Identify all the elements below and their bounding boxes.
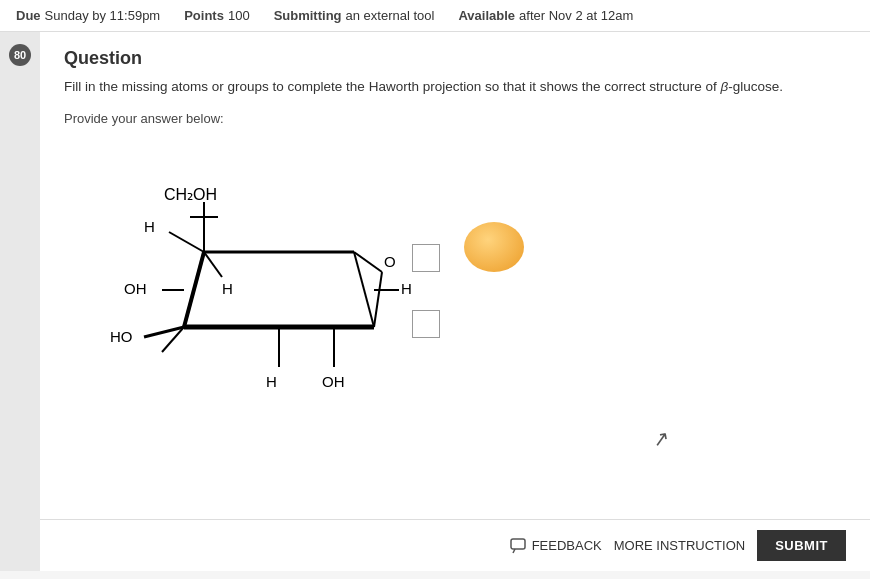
submitting-item: Submitting an external tool bbox=[274, 8, 435, 23]
submitting-label: Submitting bbox=[274, 8, 342, 23]
decorative-circle bbox=[464, 222, 524, 272]
submit-button[interactable]: SUBMIT bbox=[757, 530, 846, 561]
svg-line-5 bbox=[374, 272, 382, 327]
due-value: Sunday by 11:59pm bbox=[45, 8, 161, 23]
submitting-value: an external tool bbox=[346, 8, 435, 23]
h-right-label: H bbox=[401, 280, 412, 297]
content-area: Question Fill in the missing atoms or gr… bbox=[40, 32, 870, 571]
feedback-label: FEEDBACK bbox=[532, 538, 602, 553]
more-instruction-button[interactable]: MORE INSTRUCTION bbox=[614, 538, 745, 553]
ho-label: HO bbox=[110, 328, 133, 345]
top-bar: Due Sunday by 11:59pm Points 100 Submitt… bbox=[0, 0, 870, 32]
oh-left-label: OH bbox=[124, 280, 147, 297]
points-label: Points bbox=[184, 8, 224, 23]
svg-line-12 bbox=[144, 327, 184, 337]
main-layout: 80 Question Fill in the missing atoms or… bbox=[0, 32, 870, 571]
bottom-bar: FEEDBACK MORE INSTRUCTION SUBMIT bbox=[40, 519, 870, 571]
points-value: 100 bbox=[228, 8, 250, 23]
haworth-projection: CH₂OH O H H OH HO H bbox=[104, 142, 464, 442]
diagram-area: CH₂OH O H H OH HO H bbox=[104, 142, 604, 462]
available-label: Available bbox=[458, 8, 515, 23]
feedback-button[interactable]: FEEDBACK bbox=[510, 538, 602, 554]
points-item: Points 100 bbox=[184, 8, 249, 23]
question-text: Fill in the missing atoms or groups to c… bbox=[64, 77, 846, 97]
h-left-label: H bbox=[144, 218, 155, 235]
cursor-arrow: ↗ bbox=[651, 426, 672, 453]
question-number: 80 bbox=[9, 44, 31, 66]
left-sidebar: 80 bbox=[0, 32, 40, 571]
o-label: O bbox=[384, 253, 396, 270]
due-item: Due Sunday by 11:59pm bbox=[16, 8, 160, 23]
oh-bottom-label: OH bbox=[322, 373, 345, 390]
svg-line-3 bbox=[184, 252, 204, 327]
available-item: Available after Nov 2 at 12am bbox=[458, 8, 633, 23]
h-bottom-label: H bbox=[266, 373, 277, 390]
svg-line-8 bbox=[169, 232, 204, 252]
due-label: Due bbox=[16, 8, 41, 23]
answer-box-right[interactable] bbox=[412, 310, 440, 338]
feedback-icon bbox=[510, 538, 526, 554]
question-title: Question bbox=[64, 48, 846, 69]
h-inner-label: H bbox=[222, 280, 233, 297]
ch2oh-label: CH₂OH bbox=[164, 186, 217, 203]
svg-rect-16 bbox=[511, 539, 525, 549]
answer-box-top[interactable] bbox=[412, 244, 440, 272]
provide-text: Provide your answer below: bbox=[64, 111, 846, 126]
svg-line-9 bbox=[204, 252, 222, 277]
available-value: after Nov 2 at 12am bbox=[519, 8, 633, 23]
